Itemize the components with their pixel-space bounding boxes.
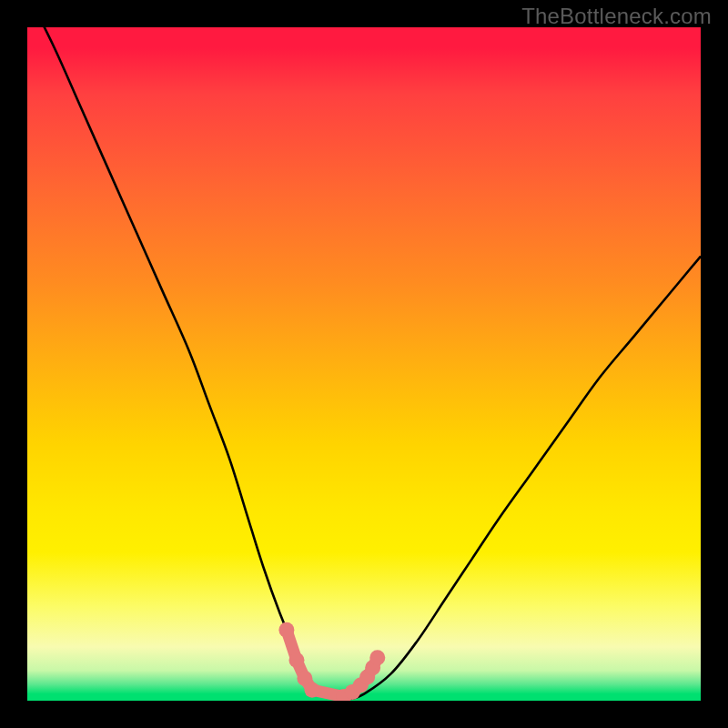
- chart-frame: TheBottleneck.com: [0, 0, 728, 728]
- plot-area: [27, 27, 701, 701]
- valley-marker-dot: [278, 622, 294, 638]
- valley-marker-dot: [289, 652, 305, 668]
- valley-markers: [278, 622, 385, 701]
- valley-marker-dot: [305, 682, 320, 698]
- valley-marker-dot: [369, 650, 385, 665]
- curve-layer: [27, 27, 701, 701]
- attribution-label: TheBottleneck.com: [521, 4, 712, 29]
- bottleneck-curve: [27, 27, 701, 699]
